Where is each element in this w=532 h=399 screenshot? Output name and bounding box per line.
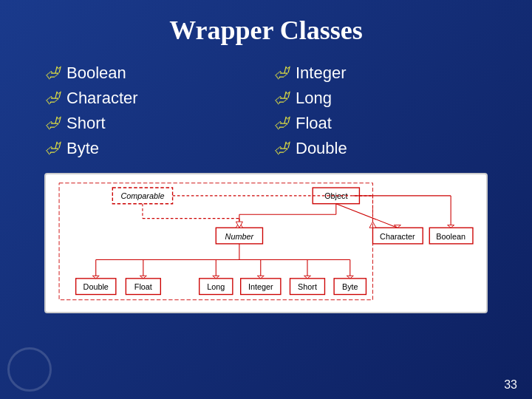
slide: Wrapper Classes ⮰ Boolean ⮰ Integer ⮰ Ch… (0, 0, 532, 399)
svg-line-33 (336, 204, 398, 228)
svg-text:Byte: Byte (342, 282, 358, 291)
bullet-arrow-5: ⮰ (273, 65, 288, 82)
bullet-item-long: ⮰ Long (273, 89, 488, 108)
bullet-label-long: Long (296, 89, 332, 108)
svg-text:Boolean: Boolean (436, 232, 466, 241)
bullet-item-byte: ⮰ Byte (44, 139, 259, 158)
page-number: 33 (504, 378, 517, 392)
bullet-arrow-7: ⮰ (273, 115, 288, 132)
svg-text:Integer: Integer (248, 282, 273, 291)
svg-text:Number: Number (225, 232, 254, 241)
bullet-item-double: ⮰ Double (273, 139, 488, 158)
bullet-item-float: ⮰ Float (273, 114, 488, 133)
bullet-item-character: ⮰ Character (44, 89, 259, 108)
diagram-svg: Comparable Object Number Character Boole… (46, 174, 486, 312)
bullet-label-float: Float (296, 114, 332, 133)
svg-text:Comparable: Comparable (120, 191, 164, 200)
svg-text:Short: Short (298, 282, 317, 291)
bullet-item-integer: ⮰ Integer (273, 64, 488, 83)
bullet-arrow-2: ⮰ (44, 90, 59, 107)
slide-title: Wrapper Classes (30, 15, 502, 46)
class-diagram: Comparable Object Number Character Boole… (44, 173, 488, 313)
bullet-label-character: Character (66, 89, 138, 108)
svg-text:Double: Double (83, 282, 109, 291)
bullet-label-integer: Integer (296, 64, 347, 83)
svg-text:Long: Long (207, 282, 225, 291)
bullet-item-short: ⮰ Short (44, 114, 259, 133)
decorative-circle (7, 347, 52, 392)
bullet-grid: ⮰ Boolean ⮰ Integer ⮰ Character ⮰ Long ⮰… (30, 64, 502, 158)
bullet-label-short: Short (66, 114, 106, 133)
bullet-item-boolean: ⮰ Boolean (44, 64, 259, 83)
svg-text:Float: Float (134, 282, 152, 291)
bullet-label-boolean: Boolean (66, 64, 126, 83)
bullet-arrow-8: ⮰ (273, 140, 288, 157)
bullet-label-double: Double (296, 139, 347, 158)
svg-text:Character: Character (380, 232, 415, 241)
bullet-arrow-4: ⮰ (44, 140, 59, 157)
bullet-arrow-3: ⮰ (44, 115, 59, 132)
bullet-arrow-1: ⮰ (44, 65, 59, 82)
bullet-arrow-6: ⮰ (273, 90, 288, 107)
bullet-label-byte: Byte (66, 139, 99, 158)
